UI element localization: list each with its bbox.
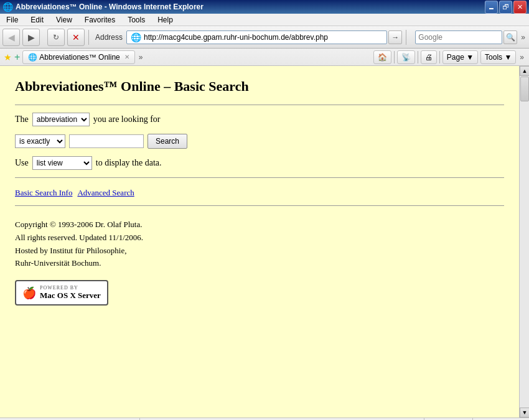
home-button[interactable]: 🏠 (373, 50, 391, 64)
stop-button[interactable]: ✕ (67, 29, 85, 46)
tab-abbreviationes[interactable]: 🌐 Abbreviationes™ Online ✕ (22, 50, 134, 64)
scroll-track[interactable] (520, 76, 529, 408)
favorites-bar: ★ + 🌐 Abbreviationes™ Online ✕ » 🏠 📡 🖨 P… (0, 49, 529, 66)
divider-bottom (15, 205, 504, 206)
rt-sep3 (439, 51, 440, 63)
form-row-2: is exactly contains starts with ends wit… (15, 134, 504, 149)
forward-button[interactable]: ▶ (22, 29, 40, 46)
copyright-line1: Copyright © 1993-2006 Dr. Olaf Pluta. (15, 218, 504, 231)
copyright-line4: Ruhr-Universität Bochum. (15, 257, 504, 270)
page-title: Abbreviationes™ Online – Basic Search (15, 78, 504, 95)
back-button[interactable]: ◀ (2, 29, 20, 46)
page-button[interactable]: Page ▼ (442, 50, 478, 64)
advanced-search-link[interactable]: Advanced Search (77, 188, 134, 198)
tab-close[interactable]: ✕ (124, 54, 129, 60)
mac-os-badge: 🍎 POWERED BY Mac OS X Server (15, 280, 108, 306)
page-content: Abbreviationes™ Online – Basic Search Th… (0, 66, 519, 418)
feeds-button[interactable]: 📡 (397, 50, 415, 64)
menu-edit[interactable]: Edit (27, 14, 47, 26)
vertical-scrollbar[interactable]: ▲ ▼ (519, 66, 529, 418)
window-icon: 🌐 (2, 2, 13, 12)
display-select[interactable]: list view table view detailed view (32, 156, 92, 170)
favorites-add-icon[interactable]: + (14, 52, 20, 63)
field-select[interactable]: abbreviation expansion source (32, 113, 90, 126)
title-bar: 🌐 Abbreviationes™ Online - Windows Inter… (0, 0, 529, 14)
scroll-thumb[interactable] (520, 77, 529, 101)
menu-bar: File Edit View Favorites Tools Help (0, 14, 529, 26)
the-label: The (15, 114, 29, 124)
page-favicon: 🌐 (131, 32, 141, 42)
form-row-3: Use list view table view detailed view t… (15, 156, 504, 170)
content-wrapper: Abbreviationes™ Online – Basic Search Th… (0, 66, 529, 418)
favorites-star-icon[interactable]: ★ (4, 52, 12, 62)
menu-file[interactable]: File (2, 14, 22, 26)
browser-search-button[interactable]: 🔍 (503, 30, 517, 44)
window-title: Abbreviationes™ Online - Windows Interne… (16, 2, 482, 11)
toolbar-expand[interactable]: » (520, 33, 527, 42)
browser-search-input[interactable] (415, 30, 502, 44)
form-row-1: The abbreviation expansion source you ar… (15, 113, 504, 126)
search-group: 🔍 (415, 30, 517, 44)
tab-favicon: 🌐 (28, 53, 37, 62)
rt-sep2 (418, 51, 418, 63)
go-button[interactable]: → (388, 30, 402, 44)
toolbar: ◀ ▶ ↻ ✕ Address 🌐 http://macg4cube.gpam.… (0, 26, 529, 49)
looking-for-label: you are looking for (93, 114, 161, 124)
search-input[interactable] (69, 134, 144, 148)
divider-mid (15, 177, 504, 178)
right-toolbar: 🏠 📡 🖨 Page ▼ Tools ▼ » (373, 50, 525, 64)
rt-sep1 (394, 51, 395, 63)
close-button[interactable]: ✕ (513, 1, 527, 14)
display-suffix: to display the data. (96, 158, 162, 168)
address-bar-group: Address 🌐 http://macg4cube.gpam.ruhr-uni… (93, 30, 402, 45)
copyright-section: Copyright © 1993-2006 Dr. Olaf Pluta. Al… (15, 218, 504, 270)
basic-search-info-link[interactable]: Basic Search Info (15, 188, 72, 198)
tools-button[interactable]: Tools ▼ (480, 50, 516, 64)
links-row: Basic Search Info Advanced Search (15, 188, 504, 198)
scroll-up-button[interactable]: ▲ (520, 66, 529, 76)
use-label: Use (15, 158, 29, 168)
powered-by-label: POWERED BY (40, 285, 101, 291)
toolbar-separator2 (406, 30, 406, 45)
toolbar-separator (88, 30, 89, 45)
mac-product-label: Mac OS X Server (40, 291, 101, 300)
refresh-button[interactable]: ↻ (47, 29, 65, 46)
search-button[interactable]: Search (147, 134, 187, 149)
menu-tools[interactable]: Tools (124, 14, 149, 26)
maximize-button[interactable]: 🗗 (499, 1, 512, 14)
badge-text: POWERED BY Mac OS X Server (40, 285, 101, 301)
copyright-line2: All rights reserved. Updated 11/1/2006. (15, 231, 504, 245)
address-label: Address (93, 33, 125, 42)
apple-logo-icon: 🍎 (22, 286, 36, 300)
scroll-down-button[interactable]: ▼ (520, 408, 529, 418)
address-url: http://macg4cube.gpam.ruhr-uni-bochum.de… (144, 33, 328, 42)
print-button[interactable]: 🖨 (421, 50, 437, 64)
condition-select[interactable]: is exactly contains starts with ends wit… (15, 134, 65, 148)
address-bar[interactable]: 🌐 http://macg4cube.gpam.ruhr-uni-bochum.… (126, 30, 387, 44)
menu-view[interactable]: View (52, 14, 76, 26)
favbar-expand[interactable]: » (138, 53, 144, 62)
copyright-line3: Hosted by Institut für Philosophie, (15, 245, 504, 258)
minimize-button[interactable]: 🗕 (485, 1, 498, 14)
menu-help[interactable]: Help (154, 14, 177, 26)
menu-favorites[interactable]: Favorites (81, 14, 119, 26)
rightbar-expand[interactable]: » (518, 53, 525, 62)
divider-top (15, 105, 504, 105)
status-bar: 🌐 Internet 🔍 100% ▼ (0, 418, 529, 420)
tab-label: Abbreviationes™ Online (39, 53, 119, 62)
